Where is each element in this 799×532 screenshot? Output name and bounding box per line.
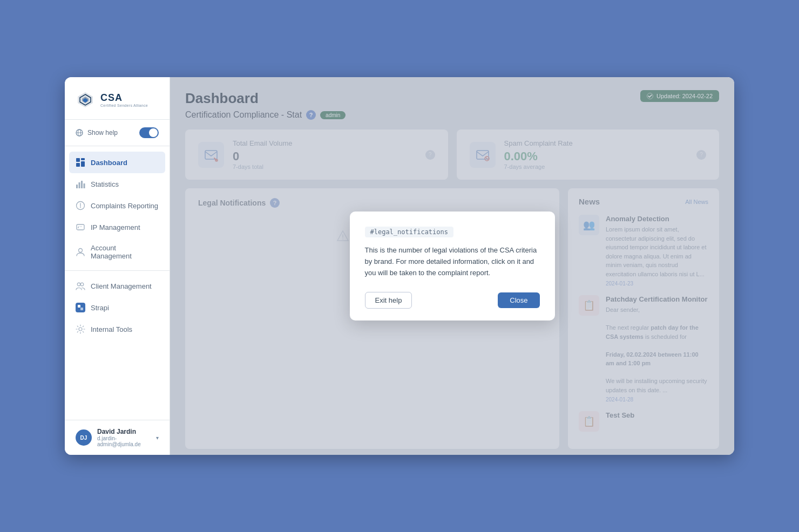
svg-rect-12 [79,182,80,188]
sidebar-item-internal-tools[interactable]: Internal Tools [65,318,170,340]
modal-overlay: #legal_notifications This is the number … [170,77,734,455]
modal-body: This is the number of legal violations o… [365,245,540,278]
csa-logo-icon [76,90,95,110]
exit-help-button[interactable]: Exit help [365,292,412,309]
statistics-icon [76,179,85,189]
nav-section: Dashboard Statistics Complain [65,146,170,420]
sidebar-item-strapi[interactable]: Strapi [65,297,170,318]
account-management-icon [76,247,85,257]
sidebar-item-dashboard[interactable]: Dashboard [69,152,165,173]
help-modal: #legal_notifications This is the number … [350,212,555,320]
chevron-down-icon: ▾ [156,435,159,441]
svg-rect-9 [76,163,80,167]
user-info: David Jardin d.jardin-admin@djumla.de [97,428,151,447]
svg-point-22 [77,283,80,286]
svg-rect-13 [81,181,83,188]
svg-rect-10 [81,161,85,167]
nav-divider [65,270,170,271]
sidebar-footer[interactable]: DJ David Jardin d.jardin-admin@djumla.de… [65,420,170,455]
svg-rect-24 [78,305,80,308]
internal-tools-icon [76,324,85,334]
sidebar-item-statistics[interactable]: Statistics [65,173,170,195]
main-inner: Dashboard Updated: 2024-02-22 Certificat… [170,77,734,455]
complaints-icon [76,201,85,210]
sidebar-item-account-management[interactable]: Account Management [65,238,170,266]
logo-text: CSA Certified Senders Alliance [100,92,148,107]
svg-point-23 [80,283,84,286]
svg-rect-11 [76,185,78,188]
sidebar-item-complaints[interactable]: Complaints Reporting [65,195,170,216]
svg-point-21 [79,249,83,253]
logo-title: CSA [100,92,148,104]
dashboard-icon [76,158,85,167]
svg-rect-25 [80,308,83,310]
close-modal-button[interactable]: Close [498,292,539,308]
user-email: d.jardin-admin@djumla.de [97,435,151,447]
svg-rect-7 [76,158,80,162]
sidebar-item-client-management[interactable]: Client Management [65,275,170,297]
sidebar-logo: CSA Certified Senders Alliance [65,77,170,120]
svg-rect-18 [77,224,84,230]
client-management-icon [76,281,85,291]
svg-point-20 [78,227,79,228]
show-help-row: Show help [65,120,170,146]
svg-rect-8 [81,158,85,160]
svg-point-26 [79,328,82,331]
ip-management-icon [76,222,85,232]
svg-point-16 [80,207,81,208]
user-name: David Jardin [97,428,151,435]
main-content: Dashboard Updated: 2024-02-22 Certificat… [170,77,734,455]
logo-subtitle: Certified Senders Alliance [100,104,148,107]
user-avatar: DJ [76,429,92,446]
strapi-icon [76,303,85,312]
modal-actions: Exit help Close [365,292,540,309]
modal-tag: #legal_notifications [365,227,454,237]
sidebar: CSA Certified Senders Alliance Show help [65,77,170,455]
globe-icon [76,129,83,137]
sidebar-item-ip-management[interactable]: IP Management [65,216,170,238]
show-help-label: Show help [76,129,118,137]
show-help-toggle[interactable] [139,127,159,138]
svg-rect-14 [84,183,85,188]
